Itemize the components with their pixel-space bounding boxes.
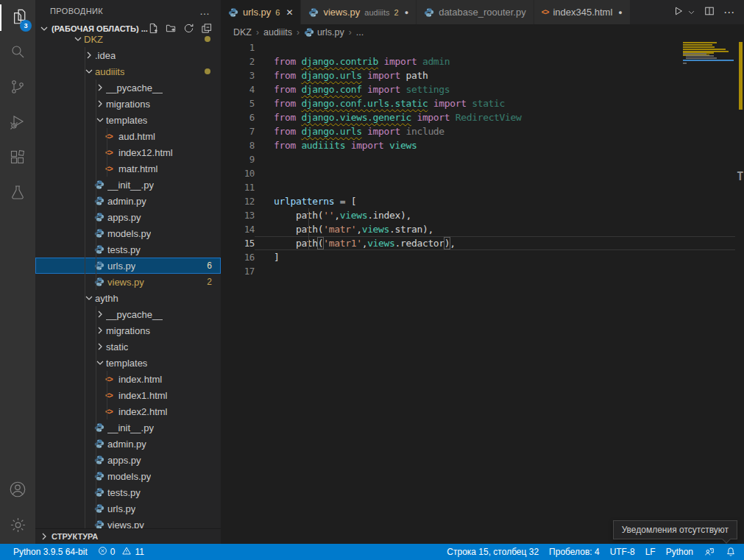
code-line[interactable]: 8from audiiits import views — [221, 138, 744, 152]
code-line[interactable]: 5from django.conf.urls.static import sta… — [221, 96, 744, 110]
run-dropdown-chevron-icon[interactable] — [687, 6, 695, 19]
tree-item-aud.html[interactable]: <>aud.html — [35, 128, 221, 144]
split-editor-button[interactable] — [704, 6, 715, 19]
indentation-status[interactable]: Пробелов: 4 — [544, 544, 605, 560]
tree-item-matr.html[interactable]: <>matr.html — [35, 160, 221, 177]
tree-item-static[interactable]: static — [35, 339, 221, 355]
tab-urls.py[interactable]: urls.py6✕ — [221, 0, 301, 24]
breadcrumb-item-...[interactable]: ... — [356, 27, 364, 38]
tree-item-tests.py[interactable]: tests.py — [35, 241, 221, 258]
close-icon[interactable]: ✕ — [286, 7, 293, 18]
tree-item-DKZ[interactable]: DKZ — [35, 35, 221, 47]
outline-section-header[interactable]: СТРУКТУРА — [35, 528, 221, 544]
code-line[interactable]: 13 path('',views.index), — [221, 208, 744, 222]
code-line[interactable]: 7from django.urls import include — [221, 124, 744, 138]
more-actions-icon[interactable]: … — [199, 5, 210, 17]
code-line[interactable]: 4from django.conf import settings — [221, 82, 744, 96]
code-line[interactable]: 1 — [221, 40, 744, 54]
tree-item-label: index12.html — [118, 147, 173, 158]
notifications-bell-icon[interactable] — [720, 544, 741, 560]
activity-item-explorer[interactable]: 3 — [0, 0, 35, 35]
activity-badge: 3 — [20, 20, 32, 32]
refresh-icon[interactable] — [183, 23, 194, 35]
language-mode-status[interactable]: Python — [661, 544, 698, 560]
code-line[interactable]: 2from django.contrib import admin — [221, 54, 744, 68]
cursor-position-status[interactable]: Строка 15, столбец 32 — [442, 544, 544, 560]
workspace-section-header[interactable]: (РАБОЧАЯ ОБЛАСТЬ) ... — [35, 22, 221, 35]
tree-item-index.html[interactable]: <>index.html — [35, 371, 221, 387]
code-line[interactable]: 11 — [221, 180, 744, 194]
tree-item-__pycache__[interactable]: __pycache__ — [35, 306, 221, 322]
tree-item-audiiits[interactable]: audiiits — [35, 63, 221, 79]
tree-item-models.py[interactable]: models.py — [35, 468, 221, 484]
indent-guide — [96, 241, 96, 258]
code-token: from — [274, 126, 301, 137]
tree-item-migrations[interactable]: migrations — [35, 322, 221, 339]
tree-item-aythh[interactable]: aythh — [35, 290, 221, 306]
tree-item-tests.py[interactable]: tests.py — [35, 484, 221, 500]
code-line[interactable]: 15 path('matr1',views.redactor), — [221, 236, 744, 250]
python-interpreter-status[interactable]: Python 3.9.5 64-bit — [8, 544, 93, 560]
code-line[interactable]: 12urlpatterns = [ — [221, 194, 744, 208]
code-line[interactable]: 16] — [221, 250, 744, 264]
overview-ruler-warning-bar[interactable] — [739, 42, 743, 110]
tree-item-__init__.py[interactable]: __init__.py — [35, 419, 221, 436]
tree-item-index2.html[interactable]: <>index2.html — [35, 403, 221, 419]
breadcrumb-item-DKZ[interactable]: DKZ — [233, 27, 252, 38]
breadcrumb-item-audiiits[interactable]: audiiits — [263, 27, 292, 38]
activity-item-source-control[interactable] — [0, 71, 35, 106]
account-icon — [8, 480, 27, 502]
tab-database_roouter.py[interactable]: database_roouter.py — [417, 0, 534, 24]
tree-item-urls.py[interactable]: urls.py6 — [35, 258, 221, 274]
tree-item-index1.html[interactable]: <>index1.html — [35, 387, 221, 403]
eol-status[interactable]: LF — [640, 544, 661, 560]
tree-item-admin.py[interactable]: admin.py — [35, 436, 221, 452]
tree-item-views.py[interactable]: views.py2 — [35, 274, 221, 290]
tree-item-__pycache__[interactable]: __pycache__ — [35, 79, 221, 96]
tree-item-admin.py[interactable]: admin.py — [35, 193, 221, 209]
tree-item-apps.py[interactable]: apps.py — [35, 209, 221, 225]
indent-guide — [96, 79, 96, 96]
code-line-text: from django.views.generic import Redirec… — [255, 110, 522, 124]
code-line[interactable]: 17 — [221, 264, 744, 278]
new-file-icon[interactable] — [148, 23, 159, 35]
tree-item-migrations[interactable]: migrations — [35, 96, 221, 112]
feedback-icon[interactable] — [698, 544, 720, 560]
tree-item-urls.py[interactable]: urls.py — [35, 500, 221, 517]
activity-item-search[interactable] — [0, 35, 35, 71]
activity-item-settings[interactable] — [0, 508, 35, 544]
activity-item-testing[interactable] — [0, 177, 35, 212]
code-line[interactable]: 3from django.urls import path — [221, 68, 744, 82]
collapse-all-icon[interactable] — [201, 23, 212, 35]
tab-index345.html[interactable]: <>index345.html● — [534, 0, 631, 24]
breadcrumb-item-urls.py[interactable]: urls.py — [304, 27, 344, 38]
code-editor[interactable]: 12from django.contrib import admin3from … — [221, 40, 744, 544]
tab-views.py[interactable]: views.pyaudiiits2● — [301, 0, 417, 24]
tree-item-label: urls.py — [107, 503, 135, 514]
tree-item-templates[interactable]: templates — [35, 112, 221, 128]
tree-item-index12.html[interactable]: <>index12.html — [35, 144, 221, 160]
tree-item-views.py[interactable]: views.py — [35, 517, 221, 528]
tree-item-apps.py[interactable]: apps.py — [35, 452, 221, 468]
indent-guide — [96, 339, 96, 355]
dirty-dot: ● — [618, 9, 622, 16]
code-line[interactable]: 6from django.views.generic import Redire… — [221, 110, 744, 124]
tree-item-.idea[interactable]: .idea — [35, 47, 221, 63]
activity-item-run-debug[interactable] — [0, 106, 35, 141]
code-line[interactable]: 14 path('matr',views.stran), — [221, 222, 744, 236]
code-token: audiiits — [301, 140, 345, 151]
activity-item-account[interactable] — [0, 473, 35, 508]
code-line[interactable]: 9 — [221, 152, 744, 166]
run-button[interactable] — [673, 6, 684, 19]
tree-item-__init__.py[interactable]: __init__.py — [35, 177, 221, 193]
editor-more-actions-icon[interactable]: ⋯ — [723, 6, 735, 19]
encoding-status[interactable]: UTF-8 — [605, 544, 640, 560]
minimap[interactable] — [683, 42, 734, 88]
problems-status[interactable]: 0 11 — [93, 544, 149, 560]
code-token: import — [411, 112, 456, 123]
tree-item-templates[interactable]: templates — [35, 355, 221, 371]
activity-item-extensions[interactable] — [0, 141, 35, 177]
new-folder-icon[interactable] — [166, 23, 177, 35]
tree-item-models.py[interactable]: models.py — [35, 225, 221, 241]
code-line[interactable]: 10 — [221, 166, 744, 180]
